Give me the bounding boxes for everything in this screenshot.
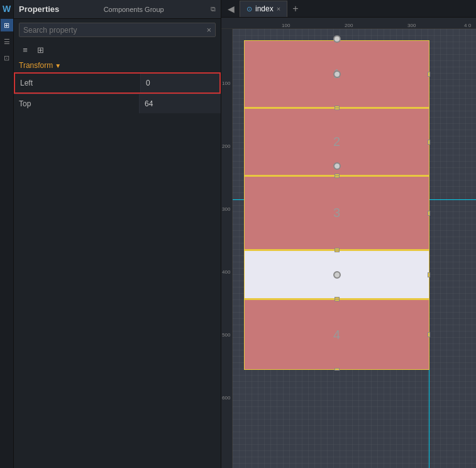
icon-bar-logo[interactable]: W xyxy=(1,3,13,15)
component-label-3: 3 xyxy=(333,206,340,220)
handle-right-5[interactable] xyxy=(428,332,430,337)
tab-label: index xyxy=(255,4,274,13)
icon-bar: W ⊞ ☰ ⊡ xyxy=(0,0,14,468)
search-container: × xyxy=(14,19,221,41)
ruler-tick-100: 100 xyxy=(282,23,290,28)
toolbar-row: ≡ ⊞ xyxy=(14,41,221,58)
ruler-tick-left-400: 400 xyxy=(222,269,230,275)
circle-handle-1[interactable] xyxy=(333,70,341,78)
panel-group-label: Components Group xyxy=(104,6,164,13)
circle-handle-4a[interactable] xyxy=(333,271,341,279)
ruler-tick-left-200: 200 xyxy=(222,143,230,149)
icon-bar-components[interactable]: ⊡ xyxy=(1,52,13,64)
property-value-top[interactable]: 64 xyxy=(140,94,221,113)
handle-top-3[interactable] xyxy=(335,176,340,178)
canvas-with-rulers: 100 200 300 4 0 100 200 300 400 500 600 xyxy=(221,18,476,468)
component-label-2: 2 xyxy=(333,135,340,149)
handle-bottom-5[interactable] xyxy=(335,368,340,370)
ruler-tick-200: 200 xyxy=(345,23,353,28)
tab-icon: ⊙ xyxy=(246,5,252,13)
panel-header: Properties Components Group ⧉ xyxy=(14,0,221,19)
search-clear-icon[interactable]: × xyxy=(206,25,211,35)
component-block-2[interactable]: 2 xyxy=(245,109,429,177)
canvas-inner: 1 2 xyxy=(233,29,476,468)
properties-panel: Properties Components Group ⧉ × ≡ ⊞ Tran… xyxy=(14,0,221,468)
tab-add-button[interactable]: + xyxy=(289,2,302,16)
component-block-3[interactable]: 3 xyxy=(245,177,429,251)
transform-section-header[interactable]: Transform ▼ xyxy=(14,58,221,72)
property-label-left: Left xyxy=(15,74,141,92)
ruler-tick-left-500: 500 xyxy=(222,332,230,338)
ruler-tick-left-100: 100 xyxy=(222,81,230,86)
property-label-top: Top xyxy=(14,94,140,113)
transform-chevron: ▼ xyxy=(55,62,61,69)
icon-bar-properties[interactable]: ⊞ xyxy=(1,19,13,31)
handle-right-3[interactable] xyxy=(428,211,430,216)
ruler-top: 100 200 300 4 0 xyxy=(221,18,476,29)
tab-nav-prev[interactable]: ◀ xyxy=(224,3,238,15)
circle-handle-top[interactable] xyxy=(333,35,341,43)
tab-close-icon[interactable]: × xyxy=(277,5,280,13)
handle-right-1[interactable] xyxy=(428,72,430,77)
handle-right-2[interactable] xyxy=(428,140,430,145)
search-box: × xyxy=(19,23,216,37)
ruler-tick-300: 300 xyxy=(407,23,416,28)
handle-top-5[interactable] xyxy=(335,299,340,301)
ruler-left: 100 200 300 400 500 600 xyxy=(221,29,233,468)
ruler-tick-left-600: 600 xyxy=(222,395,230,401)
property-row-top: Top 64 xyxy=(14,94,221,113)
search-input[interactable] xyxy=(23,26,206,35)
page-container: 1 2 xyxy=(244,40,429,370)
component-block-4a[interactable] xyxy=(245,251,429,300)
property-row-left: Left 0 xyxy=(14,72,221,94)
panel-title: Properties xyxy=(19,4,59,14)
tab-bar: ◀ ⊙ index × + xyxy=(221,0,476,18)
component-block-1[interactable]: 1 xyxy=(245,41,429,109)
ruler-tick-left-300: 300 xyxy=(222,206,230,212)
list-view-icon[interactable]: ≡ xyxy=(19,43,31,56)
canvas-content[interactable]: 1 2 xyxy=(233,29,476,468)
property-value-left[interactable]: 0 xyxy=(141,74,219,92)
ruler-tick-400: 4 0 xyxy=(464,23,471,28)
grid-view-icon[interactable]: ⊞ xyxy=(34,43,47,56)
icon-bar-pages[interactable]: ☰ xyxy=(1,35,13,48)
handle-top-4a[interactable] xyxy=(335,250,340,252)
component-block-5[interactable]: 4 xyxy=(245,300,429,369)
handle-top-2[interactable] xyxy=(335,108,340,110)
transform-label: Transform xyxy=(19,61,53,70)
canvas-area: ◀ ⊙ index × + 100 200 300 4 0 100 200 xyxy=(221,0,476,468)
handle-right-4a[interactable] xyxy=(428,272,430,277)
tab-index[interactable]: ⊙ index × xyxy=(240,1,287,17)
circle-handle-2[interactable] xyxy=(333,162,341,170)
component-label-5: 4 xyxy=(333,328,340,342)
copy-icon: ⧉ xyxy=(211,5,216,13)
